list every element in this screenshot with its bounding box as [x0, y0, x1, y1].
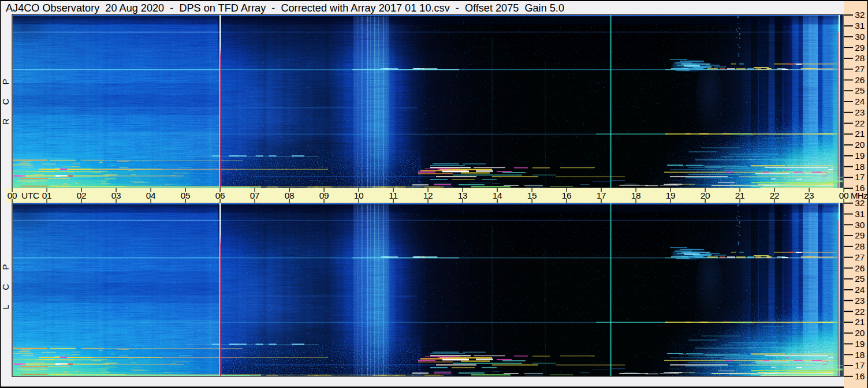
- svg-text:27: 27: [855, 252, 865, 262]
- svg-text:UTC: UTC: [21, 191, 39, 200]
- svg-text:18: 18: [855, 350, 865, 360]
- svg-text:00: 00: [8, 191, 17, 200]
- svg-text:19: 19: [855, 339, 865, 349]
- svg-text:15: 15: [527, 191, 537, 200]
- svg-text:22: 22: [855, 118, 865, 128]
- svg-text:P: P: [1, 264, 10, 270]
- svg-text:17: 17: [855, 172, 865, 182]
- svg-text:02: 02: [77, 191, 87, 200]
- svg-text:30: 30: [855, 220, 865, 230]
- svg-text:28: 28: [855, 53, 865, 63]
- svg-text:16: 16: [855, 371, 865, 381]
- svg-text:32: 32: [855, 10, 865, 20]
- svg-text:AJ4CO Observatory 20 Aug 2020: AJ4CO Observatory 20 Aug 2020 - DPS on T…: [6, 2, 564, 14]
- svg-text:10: 10: [354, 191, 364, 200]
- svg-text:21: 21: [735, 191, 745, 200]
- svg-text:R: R: [1, 118, 10, 125]
- svg-text:23: 23: [855, 107, 865, 117]
- svg-text:P: P: [1, 79, 10, 84]
- svg-text:06: 06: [215, 191, 225, 200]
- svg-text:C: C: [1, 98, 10, 105]
- svg-text:27: 27: [855, 64, 865, 74]
- svg-text:19: 19: [855, 151, 865, 161]
- svg-text:18: 18: [631, 191, 641, 200]
- svg-text:17: 17: [855, 360, 865, 370]
- svg-text:12: 12: [423, 191, 433, 200]
- svg-text:14: 14: [493, 191, 502, 200]
- svg-text:31: 31: [855, 209, 865, 219]
- svg-text:07: 07: [250, 191, 260, 200]
- svg-text:29: 29: [855, 230, 865, 240]
- svg-text:00: 00: [839, 191, 849, 200]
- svg-text:21: 21: [855, 129, 865, 139]
- svg-text:30: 30: [855, 32, 865, 42]
- svg-text:32: 32: [855, 198, 865, 208]
- svg-text:25: 25: [855, 274, 865, 283]
- svg-text:22: 22: [855, 307, 865, 316]
- svg-text:20: 20: [701, 191, 710, 200]
- svg-text:01: 01: [42, 191, 52, 200]
- svg-text:16: 16: [562, 191, 572, 200]
- svg-text:18: 18: [855, 162, 865, 171]
- svg-text:13: 13: [458, 191, 468, 200]
- svg-text:28: 28: [855, 241, 865, 251]
- svg-text:31: 31: [855, 21, 865, 31]
- svg-text:23: 23: [804, 191, 814, 200]
- svg-text:24: 24: [855, 285, 865, 294]
- svg-text:03: 03: [111, 191, 121, 200]
- svg-text:25: 25: [855, 85, 865, 95]
- svg-text:22: 22: [770, 191, 780, 200]
- svg-text:23: 23: [855, 296, 865, 305]
- svg-text:26: 26: [855, 263, 865, 273]
- svg-text:21: 21: [855, 317, 865, 327]
- svg-text:26: 26: [855, 75, 865, 85]
- svg-text:17: 17: [597, 191, 606, 200]
- svg-text:C: C: [1, 283, 10, 290]
- svg-text:L: L: [1, 304, 10, 309]
- svg-text:11: 11: [389, 191, 398, 200]
- svg-text:29: 29: [855, 43, 865, 53]
- svg-text:16: 16: [855, 183, 865, 193]
- svg-text:20: 20: [855, 140, 865, 150]
- svg-text:08: 08: [285, 191, 295, 200]
- svg-text:05: 05: [181, 191, 191, 200]
- svg-text:04: 04: [146, 191, 156, 200]
- svg-text:09: 09: [319, 191, 329, 200]
- svg-text:20: 20: [855, 328, 865, 338]
- svg-text:24: 24: [855, 96, 865, 106]
- svg-text:19: 19: [666, 191, 676, 200]
